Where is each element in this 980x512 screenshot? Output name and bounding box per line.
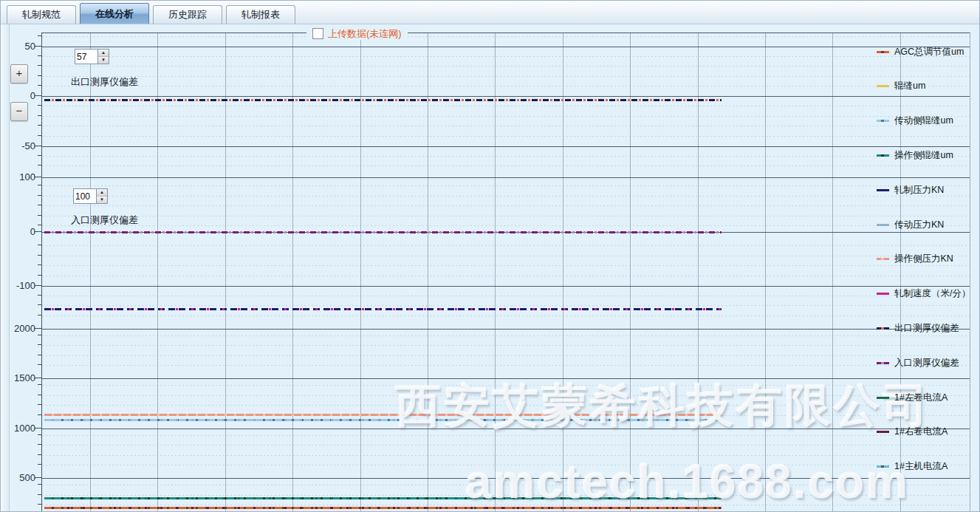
legend-swatch-icon [877,293,889,295]
minor-tick [38,55,41,56]
minor-gridline [42,335,970,336]
legend-item-12[interactable]: 1#右卷电流A [877,426,973,439]
major-tick [35,328,41,329]
minor-tick [38,264,41,265]
minor-tick [38,404,41,405]
minor-tick [38,85,41,86]
minor-gridline [42,86,970,86]
minor-gridline [42,136,970,137]
tab-4[interactable]: 轧制报表 [226,5,295,24]
legend-label: 传动压力KN [894,219,944,231]
legend-swatch-icon [877,465,889,468]
minor-tick [38,255,41,256]
minor-gridline [42,185,970,186]
series-line-6 [44,419,722,421]
exit-gauge-spin-down-icon[interactable]: ▼ [98,57,109,64]
minor-gridline [42,355,970,356]
minor-tick [38,395,41,395]
legend-item-7[interactable]: 操作侧压力KN [877,253,973,266]
entry-gauge-label: 入口测厚仪偏差 [71,214,138,227]
exit-gauge-spinner: ▲ ▼ [75,49,109,64]
exit-gauge-input[interactable] [75,49,97,64]
minor-tick [38,384,41,385]
legend-item-6[interactable]: 传动压力KN [877,218,973,231]
entry-gauge-spin-up-icon[interactable]: ▲ [97,189,107,197]
vertical-gridline [832,33,833,512]
minor-gridline [42,76,970,77]
legend-label: 入口测厚仪偏差 [894,357,959,369]
minor-gridline [42,505,970,505]
legend-item-10[interactable]: 入口测厚仪偏差 [877,356,973,369]
minor-gridline [42,315,970,316]
upload-checkbox-label: 上传数据(未连网) [328,27,402,41]
vertical-gridline [225,33,226,512]
legend-swatch-icon [877,431,889,433]
entry-gauge-input[interactable] [73,188,96,204]
legend-swatch-icon [877,397,889,399]
legend-item-1[interactable]: AGC总调节值um [877,45,973,58]
minor-gridline [42,345,970,346]
minor-tick [38,155,41,156]
minor-gridline [42,216,970,216]
chart-plot-area: 西安艾蒙希科技有限公司 amctech.1688.com [41,33,970,512]
minor-gridline [42,445,970,446]
major-tick [35,46,41,47]
major-gridline [42,329,970,330]
major-tick [35,146,41,146]
minor-gridline [42,365,970,366]
tab-2[interactable]: 在线分析 [80,3,149,24]
minor-gridline [42,265,970,266]
legend-item-8[interactable]: 轧制速度（米/分） [877,287,973,301]
major-gridline [42,429,970,429]
legend-item-2[interactable]: 辊缝um [877,80,973,93]
tab-3[interactable]: 历史跟踪 [153,5,222,24]
y-axis-tick-label: 1500 [1,372,35,383]
legend-label: AGC总调节值um [894,46,964,58]
legend-item-4[interactable]: 操作侧辊缝um [877,149,973,162]
vertical-gridline [495,33,496,512]
zoom-in-button[interactable]: + [10,64,28,83]
entry-gauge-spin-down-icon[interactable]: ▼ [97,197,107,203]
vertical-gridline [563,33,563,512]
minor-tick [38,434,41,435]
legend-label: 轧制压力KN [894,184,944,197]
minor-tick [38,335,41,335]
major-gridline [42,378,970,379]
minor-gridline [42,36,970,37]
upload-checkbox[interactable] [312,28,323,39]
minor-gridline [42,126,970,126]
series-line-10 [44,231,722,233]
legend-item-3[interactable]: 传动侧辊缝um [877,115,973,128]
legend-label: 1#主机电流A [894,460,948,473]
legend-swatch-icon [877,362,889,364]
y-axis-tick-label: 1000 [1,422,35,433]
minor-tick [38,205,41,205]
legend-swatch-icon [877,51,889,53]
major-gridline [42,286,970,287]
minor-gridline [42,405,970,406]
zoom-out-button[interactable]: − [10,102,28,121]
legend-label: 出口测厚仪偏差 [894,322,959,335]
legend-item-5[interactable]: 轧制压力KN [877,183,973,197]
minor-gridline [42,56,970,57]
minor-gridline [42,156,970,157]
minor-tick [38,195,41,196]
minor-gridline [42,495,970,496]
minor-gridline [42,106,970,106]
vertical-gridline [360,33,361,512]
minor-tick [38,295,41,296]
minor-tick [38,504,41,505]
vertical-gridline [698,33,699,512]
legend-item-13[interactable]: 1#主机电流A [877,460,973,474]
series-line-12 [44,507,722,509]
y-axis-tick-label: 0 [1,90,35,101]
y-axis-tick-label: -100 [1,280,35,291]
y-axis-tick-label: 100 [1,171,35,182]
legend-item-9[interactable]: 出口测厚仪偏差 [877,321,973,335]
exit-gauge-spin-up-icon[interactable]: ▲ [98,50,109,57]
legend-label: 1#左卷电流A [894,392,948,404]
watermark-url: amctech.1688.com [465,454,909,509]
tab-1[interactable]: 轧制规范 [7,5,76,24]
major-tick [35,477,41,478]
legend-item-11[interactable]: 1#左卷电流A [877,391,973,404]
